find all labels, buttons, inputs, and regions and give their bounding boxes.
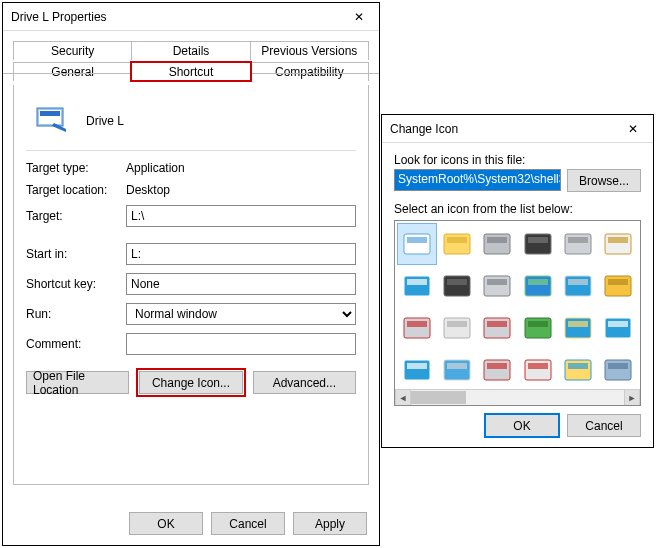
label-look-for-icons: Look for icons in this file: [394, 153, 525, 167]
tab-previous-versions[interactable]: Previous Versions [250, 41, 369, 60]
ram-icon[interactable] [518, 307, 558, 349]
drive-net-icon[interactable] [397, 307, 437, 349]
file-icon[interactable] [397, 223, 437, 265]
svg-rect-22 [528, 279, 548, 285]
gear-icon[interactable] [598, 265, 638, 307]
change-icon-close-button[interactable]: ✕ [613, 115, 653, 142]
shortcut-key-input[interactable] [126, 273, 356, 295]
dlg-ok-button[interactable]: OK [485, 414, 559, 437]
label-shortcut-key: Shortcut key: [26, 277, 126, 291]
shortcut-panel: Drive L Target type: Application Target … [13, 85, 369, 485]
cancel-button[interactable]: Cancel [211, 512, 285, 535]
icon-path-input[interactable]: SystemRoot%\System32\shell32.dll [394, 169, 561, 191]
value-target-type: Application [126, 161, 185, 175]
open-file-location-button[interactable]: Open File Location [26, 371, 129, 394]
close-icon: ✕ [354, 10, 364, 24]
svg-rect-50 [608, 363, 628, 369]
connect-icon[interactable] [558, 307, 598, 349]
properties-titlebar[interactable]: Drive L Properties ✕ [3, 3, 379, 31]
floppy-icon[interactable] [437, 265, 477, 307]
svg-rect-36 [568, 321, 588, 327]
drive-open-icon[interactable] [477, 223, 517, 265]
tab-shortcut[interactable]: Shortcut [131, 62, 250, 81]
shortcut-name: Drive L [86, 114, 124, 128]
ok-button[interactable]: OK [129, 512, 203, 535]
scroll-thumb[interactable] [411, 391, 466, 404]
cd-icon[interactable] [437, 307, 477, 349]
change-icon-titlebar[interactable]: Change Icon ✕ [382, 115, 653, 143]
svg-rect-34 [528, 321, 548, 327]
label-select-icon: Select an icon from the list below: [394, 202, 641, 216]
drive-x-icon[interactable] [477, 349, 517, 389]
target-input[interactable] [126, 205, 356, 227]
svg-rect-16 [407, 279, 427, 285]
svg-rect-30 [447, 321, 467, 327]
label-target-type: Target type: [26, 161, 126, 175]
close-icon: ✕ [628, 122, 638, 136]
svg-rect-32 [487, 321, 507, 327]
globe-icon[interactable] [518, 265, 558, 307]
drive-icon[interactable] [477, 265, 517, 307]
properties-window: Drive L Properties ✕ Security Details Pr… [2, 2, 380, 546]
scroll-left-icon[interactable]: ◄ [395, 390, 411, 405]
comment-input[interactable] [126, 333, 356, 355]
svg-rect-20 [487, 279, 507, 285]
value-target-location: Desktop [126, 183, 170, 197]
disc-x-icon[interactable] [518, 349, 558, 389]
svg-rect-40 [407, 363, 427, 369]
floppy-hd-icon[interactable] [437, 349, 477, 389]
properties-footer: OK Cancel Apply [129, 512, 367, 535]
tab-security[interactable]: Security [13, 41, 132, 60]
svg-rect-46 [528, 363, 548, 369]
svg-rect-4 [407, 237, 427, 243]
svg-rect-18 [447, 279, 467, 285]
remove-program-icon[interactable] [598, 223, 638, 265]
drive-blue2-icon[interactable] [558, 265, 598, 307]
drive-red-icon[interactable] [477, 307, 517, 349]
svg-rect-38 [608, 321, 628, 327]
apply-button[interactable]: Apply [293, 512, 367, 535]
icon-picker: ◄ ► [394, 220, 641, 406]
tab-general[interactable]: General [13, 62, 132, 81]
change-icon-footer: OK Cancel [485, 414, 641, 437]
properties-close-button[interactable]: ✕ [339, 3, 379, 30]
network-window-icon[interactable] [598, 307, 638, 349]
svg-rect-44 [487, 363, 507, 369]
label-comment: Comment: [26, 337, 126, 351]
search-icon[interactable] [598, 349, 638, 389]
svg-rect-10 [528, 237, 548, 243]
svg-rect-28 [407, 321, 427, 327]
drive-grey-icon[interactable] [558, 223, 598, 265]
start-in-input[interactable] [126, 243, 356, 265]
svg-rect-24 [568, 279, 588, 285]
change-icon-title: Change Icon [390, 122, 458, 136]
svg-rect-2 [40, 111, 60, 116]
drive-icon [36, 105, 68, 136]
scroll-right-icon[interactable]: ► [624, 390, 640, 405]
icon-scrollbar[interactable]: ◄ ► [395, 389, 640, 405]
dlg-cancel-button[interactable]: Cancel [567, 414, 641, 437]
label-run: Run: [26, 307, 126, 321]
folder-icon[interactable] [437, 223, 477, 265]
monitor-blue-icon[interactable] [397, 265, 437, 307]
change-icon-button[interactable]: Change Icon... [139, 371, 242, 394]
svg-rect-14 [608, 237, 628, 243]
run-select[interactable]: Normal window [126, 303, 356, 325]
label-target-location: Target location: [26, 183, 126, 197]
browse-button[interactable]: Browse... [567, 169, 641, 192]
svg-rect-12 [568, 237, 588, 243]
svg-rect-26 [608, 279, 628, 285]
svg-rect-42 [447, 363, 467, 369]
window-blue-icon[interactable] [397, 349, 437, 389]
tabs-container: Security Details Previous Versions Gener… [13, 41, 369, 85]
svg-rect-6 [447, 237, 467, 243]
label-start-in: Start in: [26, 247, 126, 261]
properties-title: Drive L Properties [11, 10, 107, 24]
svg-rect-48 [568, 363, 588, 369]
label-target: Target: [26, 209, 126, 223]
cpu-chip-icon[interactable] [518, 223, 558, 265]
tab-compatibility[interactable]: Compatibility [250, 62, 369, 81]
advanced-button[interactable]: Advanced... [253, 371, 356, 394]
tab-details[interactable]: Details [131, 41, 250, 60]
tree-icon[interactable] [558, 349, 598, 389]
